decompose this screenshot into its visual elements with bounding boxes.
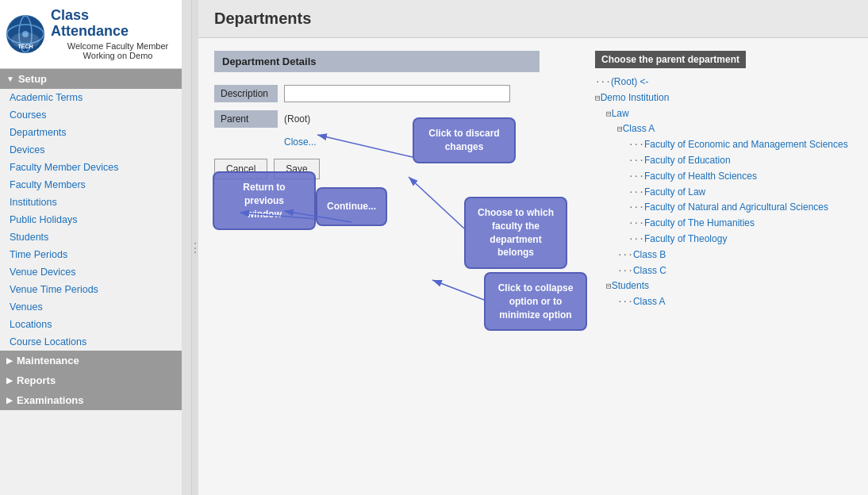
tree-node[interactable]: ···Faculty of Economic and Management Sc… (595, 137, 852, 153)
setup-section[interactable]: ▼ Setup (0, 69, 191, 89)
welcome-text: Welcome Faculty Member Working on Demo (51, 41, 185, 60)
tree-node-label: Law (612, 108, 629, 119)
leaf-icon: ··· (617, 266, 633, 276)
leaf-icon: ··· (628, 171, 644, 182)
leaf-icon: ··· (628, 234, 644, 244)
tree-node[interactable]: ···Faculty of Health Sciences (595, 169, 852, 185)
app-logo: TECH (6, 15, 44, 53)
reports-section[interactable]: ▶ Reports (0, 370, 191, 390)
sidebar-item-institutions[interactable]: Institutions (0, 194, 191, 211)
app-title: Class Attendance (51, 8, 185, 40)
collapse-icon: ⊟ (606, 281, 612, 291)
leaf-icon: ··· (628, 202, 644, 213)
tree-node-label: Class A (623, 123, 655, 134)
reports-label: Reports (17, 374, 56, 386)
tree-node-label: Faculty of Economic and Management Scien… (644, 139, 848, 150)
tree-node-label: Faculty of Health Sciences (644, 171, 757, 182)
tree-node[interactable]: ···Faculty of Law (595, 185, 852, 201)
tree-node-label: Faculty of Education (644, 155, 731, 166)
tree-node-label: Class B (633, 249, 666, 260)
tree-node-label: Faculty of The Humanities (644, 217, 755, 228)
page-header: Departments (198, 0, 868, 38)
sidebar-header: TECH Class Attendance Welcome Faculty Me… (0, 0, 191, 69)
leaf-icon: ··· (628, 140, 644, 150)
sidebar-divider (192, 0, 198, 495)
tree-node[interactable]: ···Class B (595, 248, 852, 263)
tree-node[interactable]: ···Faculty of The Humanities (595, 216, 852, 232)
callout-continue: Continue... (316, 187, 387, 226)
sidebar-item-time-periods[interactable]: Time Periods (0, 246, 191, 263)
tree-node[interactable]: ···Faculty of Education (595, 153, 852, 169)
tree-node-label: Demo Institution (601, 92, 670, 103)
tree-container: ···(Root) <-⊟Demo Institution⊟Law⊟Class … (595, 75, 852, 310)
leaf-icon: ··· (628, 155, 644, 166)
callout-collapse: Click to collapseoption or tominimize op… (484, 272, 587, 331)
leaf-icon: ··· (628, 187, 644, 198)
examinations-section[interactable]: ▶ Examinations (0, 390, 191, 410)
main-area: Departments Department Details Descripti… (198, 0, 868, 495)
collapse-icon: ⊟ (617, 124, 623, 134)
collapse-icon: ⊟ (606, 109, 612, 119)
tree-node[interactable]: ···(Root) <- (595, 75, 852, 90)
tree-node[interactable]: ···Class A (595, 294, 852, 310)
tree-node-label: Faculty of Law (644, 186, 705, 198)
sidebar-item-academic-terms[interactable]: Academic Terms (0, 89, 191, 106)
parent-value: (Root) (284, 113, 310, 125)
tree-node-label: Students (612, 280, 649, 291)
tree-node-label: Class C (633, 265, 666, 276)
tree-node[interactable]: ···Faculty of Natural and Agricultural S… (595, 200, 852, 216)
description-input[interactable] (284, 85, 510, 102)
sidebar-item-faculty-member-devices[interactable]: Faculty Member Devices (0, 159, 191, 176)
tree-node[interactable]: ⊟Demo Institution (595, 90, 852, 106)
tree-header: Choose the parent department (595, 51, 746, 68)
setup-label: Setup (18, 73, 47, 85)
tree-panel: Choose the parent department ···(Root) <… (595, 51, 852, 482)
leaf-icon: ··· (617, 297, 633, 307)
setup-arrow-icon: ▼ (6, 75, 14, 83)
examinations-arrow-icon: ▶ (6, 396, 13, 405)
leaf-icon: ··· (617, 250, 633, 260)
tree-node[interactable]: ···Faculty of Theology (595, 232, 852, 248)
svg-text:TECH: TECH (17, 44, 33, 49)
tree-node-label: Faculty of Natural and Agricultural Scie… (644, 201, 828, 213)
callout-discard: Click to discardchanges (413, 117, 516, 163)
svg-point-0 (7, 16, 44, 52)
sidebar-item-departments[interactable]: Departments (0, 124, 191, 141)
main-content: Department Details Description Parent (R… (198, 38, 868, 495)
svg-point-3 (22, 31, 29, 37)
form-section-title: Department Details (214, 51, 540, 72)
leaf-icon: ··· (595, 77, 611, 87)
reports-arrow-icon: ▶ (6, 376, 13, 385)
sidebar-item-devices[interactable]: Devices (0, 141, 191, 159)
sidebar-item-courses[interactable]: Courses (0, 106, 191, 124)
description-label: Description (214, 85, 278, 102)
sidebar-item-faculty-members[interactable]: Faculty Members (0, 176, 191, 194)
sidebar-title-area: Class Attendance Welcome Faculty Member … (51, 8, 185, 60)
maintenance-section[interactable]: ▶ Maintenance (0, 351, 191, 370)
collapse-icon: ⊟ (595, 93, 601, 103)
sidebar-item-students[interactable]: Students (0, 228, 191, 246)
sidebar-item-public-holidays[interactable]: Public Holidays (0, 211, 191, 228)
sidebar-item-locations[interactable]: Locations (0, 316, 191, 333)
tree-node[interactable]: ···Class C (595, 263, 852, 279)
leaf-icon: ··· (628, 218, 644, 228)
tree-node[interactable]: ⊟Law (595, 106, 852, 122)
page-title: Departments (214, 10, 311, 27)
sidebar-item-course-locations[interactable]: Course Locations (0, 333, 191, 351)
sidebar-item-venue-time-periods[interactable]: Venue Time Periods (0, 281, 191, 298)
callout-faculty: Choose to whichfaculty thedepartment bel… (464, 197, 567, 269)
sidebar-item-venues[interactable]: Venues (0, 298, 191, 316)
tree-node-label: (Root) <- (611, 76, 649, 87)
description-row: Description (214, 85, 579, 102)
examinations-label: Examinations (17, 394, 84, 406)
tree-node[interactable]: ⊟Students (595, 278, 852, 294)
parent-label: Parent (214, 110, 278, 128)
close-link[interactable]: Close... (284, 136, 317, 148)
callout-return: Return to previouswindow (213, 171, 316, 230)
sidebar: TECH Class Attendance Welcome Faculty Me… (0, 0, 192, 495)
tree-node[interactable]: ⊟Class A (595, 121, 852, 137)
tree-node-label: Faculty of Theology (644, 233, 728, 244)
maintenance-label: Maintenance (17, 355, 79, 366)
sidebar-item-venue-devices[interactable]: Venue Devices (0, 263, 191, 281)
tree-node-label: Class A (633, 296, 666, 307)
